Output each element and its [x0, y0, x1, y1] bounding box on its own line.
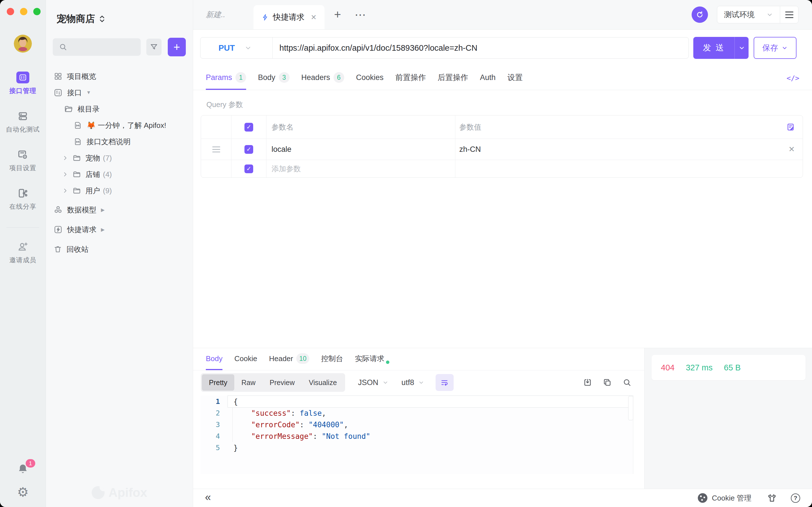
code-view-icon[interactable]: </>	[786, 74, 799, 82]
tab-cookies[interactable]: Cookies	[356, 66, 384, 90]
tab-label: Body	[206, 354, 222, 363]
sync-button[interactable]	[692, 6, 708, 23]
table-header-row: ✓ 参数名 参数值	[201, 115, 803, 139]
tab-headers[interactable]: Headers 6	[301, 66, 344, 90]
download-response-button[interactable]	[583, 378, 592, 387]
tree-item-data-model[interactable]: 数据模型 ▶	[46, 202, 193, 218]
app-settings-button[interactable]: ⚙	[17, 486, 29, 499]
notifications-button[interactable]: 1	[17, 463, 29, 476]
tab-quick-request[interactable]: 快捷请求 ✕	[253, 5, 324, 29]
code-line: 4 "errorMessage": "Not found"	[201, 431, 633, 442]
tab-auth[interactable]: Auth	[480, 66, 496, 90]
charset-select[interactable]: utf8	[402, 378, 424, 387]
search-response-button[interactable]	[622, 378, 631, 387]
cookie-manage-button[interactable]: Cookie 管理	[712, 493, 751, 503]
tab-new-draft[interactable]: 新建..	[206, 10, 225, 20]
tab-label: 控制台	[321, 354, 343, 363]
tab-overflow-button[interactable]: ⋯	[355, 9, 366, 20]
tree-item-overview[interactable]: 项目概览	[46, 68, 193, 84]
tree-folder-store[interactable]: 店铺 (4)	[46, 166, 193, 182]
add-param-placeholder[interactable]: 添加参数	[271, 164, 301, 174]
url-input[interactable]: https://api.apifox.cn/api/v1/doc/1589360…	[273, 38, 689, 58]
param-value-input[interactable]: zh-CN	[459, 145, 481, 154]
tree-item-doc-readme[interactable]: 接口文档说明	[46, 133, 193, 150]
chevron-right-icon[interactable]	[62, 155, 68, 161]
scrollbar-thumb[interactable]	[628, 396, 633, 420]
mode-visualize[interactable]: Visualize	[302, 374, 344, 391]
nav-project-settings[interactable]: 项目设置	[9, 149, 36, 172]
user-avatar[interactable]	[14, 35, 32, 53]
response-tool-icons	[583, 378, 631, 387]
tab-response-cookie[interactable]: Cookie	[234, 348, 257, 370]
save-button[interactable]: 保存	[754, 37, 797, 59]
tab-actual-request[interactable]: 实际请求	[355, 348, 384, 370]
collapse-panel-button[interactable]: «	[205, 492, 211, 503]
folder-icon	[72, 170, 81, 179]
param-name-input[interactable]: locale	[271, 145, 292, 154]
chevron-right-icon[interactable]	[62, 187, 68, 194]
help-button[interactable]: ?	[791, 494, 800, 503]
column-name-header: 参数名	[271, 122, 294, 132]
tab-response-header[interactable]: Header 10	[269, 348, 309, 370]
minimize-window-button[interactable]	[20, 8, 28, 15]
mode-preview[interactable]: Preview	[262, 374, 302, 391]
tree-item-recycle-bin[interactable]: 回收站	[46, 241, 193, 258]
select-all-checkbox[interactable]: ✓	[245, 123, 253, 131]
row-checkbox[interactable]: ✓	[245, 145, 253, 154]
expand-triangle-icon[interactable]: ▶	[101, 207, 105, 213]
chevron-right-icon[interactable]	[62, 171, 68, 178]
mode-raw[interactable]: Raw	[234, 374, 262, 391]
tab-params[interactable]: Params 1	[206, 66, 246, 90]
tree-folder-pets[interactable]: 宠物 (7)	[46, 150, 193, 166]
main-area: 新建.. 快捷请求 ✕ + ⋯ 测试环境	[193, 0, 812, 507]
tab-body[interactable]: Body 3	[258, 66, 290, 90]
nav-invite-member[interactable]: 邀请成员	[9, 240, 36, 265]
search-input[interactable]	[53, 38, 141, 56]
method-select[interactable]: PUT	[200, 38, 273, 58]
project-switcher[interactable]: 宠物商店	[57, 12, 193, 25]
nav-online-share[interactable]: 在线分享	[9, 187, 36, 211]
tab-label: 后置操作	[438, 72, 468, 82]
tree-label: 回收站	[66, 244, 89, 255]
environment-select[interactable]: 测试环境	[717, 6, 780, 23]
language-select[interactable]: JSON	[358, 378, 389, 387]
tab-pre-ops[interactable]: 前置操作	[395, 66, 426, 90]
tab-console[interactable]: 控制台	[321, 348, 343, 370]
word-wrap-button[interactable]	[436, 374, 454, 391]
delete-row-icon[interactable]: ✕	[788, 145, 795, 154]
nav-api-management[interactable]: 接口管理	[9, 71, 36, 95]
send-button[interactable]: 发 送	[693, 37, 749, 59]
tab-response-body[interactable]: Body	[206, 348, 222, 370]
send-dropdown[interactable]	[734, 37, 749, 59]
tree-item-quick-request[interactable]: 快捷请求 ▶	[46, 221, 193, 238]
filter-button[interactable]	[146, 39, 161, 55]
close-window-button[interactable]	[7, 8, 14, 15]
close-tab-icon[interactable]: ✕	[311, 13, 317, 21]
response-tabs: Body Cookie Header 10 控制台 实际请求	[193, 348, 644, 371]
row-checkbox[interactable]: ✓	[245, 165, 253, 173]
collapse-triangle-icon[interactable]: ▼	[86, 90, 91, 96]
tree-label: 🦊 一分钟，了解 Apifox!	[87, 121, 166, 130]
tab-post-ops[interactable]: 后置操作	[438, 66, 468, 90]
tree-item-api-section[interactable]: 接口 ▼	[46, 84, 193, 101]
new-tab-button[interactable]: +	[334, 9, 341, 20]
tab-settings[interactable]: 设置	[507, 66, 523, 90]
mode-pretty[interactable]: Pretty	[202, 374, 234, 391]
tree-item-root-folder[interactable]: 根目录	[46, 101, 193, 117]
document-tabbar: 新建.. 快捷请求 ✕ + ⋯ 测试环境	[193, 0, 812, 30]
tree-folder-users[interactable]: 用户 (9)	[46, 182, 193, 199]
tree-item-doc-intro[interactable]: 🦊 一分钟，了解 Apifox!	[46, 117, 193, 133]
folder-icon	[72, 186, 81, 195]
copy-response-button[interactable]	[603, 378, 612, 387]
bulk-edit-icon[interactable]	[786, 123, 795, 131]
chevron-down-icon	[418, 379, 424, 386]
new-item-button[interactable]: +	[168, 38, 186, 56]
line-number: 4	[201, 432, 228, 440]
json-code-viewer[interactable]: 1 { 2 "success": false, 3 "errorCode": "…	[201, 396, 633, 474]
nav-auto-test[interactable]: 自动化测试	[6, 110, 40, 134]
expand-triangle-icon[interactable]: ▶	[101, 227, 105, 233]
theme-button[interactable]	[767, 493, 777, 503]
environment-menu-button[interactable]	[780, 6, 798, 23]
maximize-window-button[interactable]	[33, 8, 41, 15]
drag-handle[interactable]	[212, 147, 220, 152]
